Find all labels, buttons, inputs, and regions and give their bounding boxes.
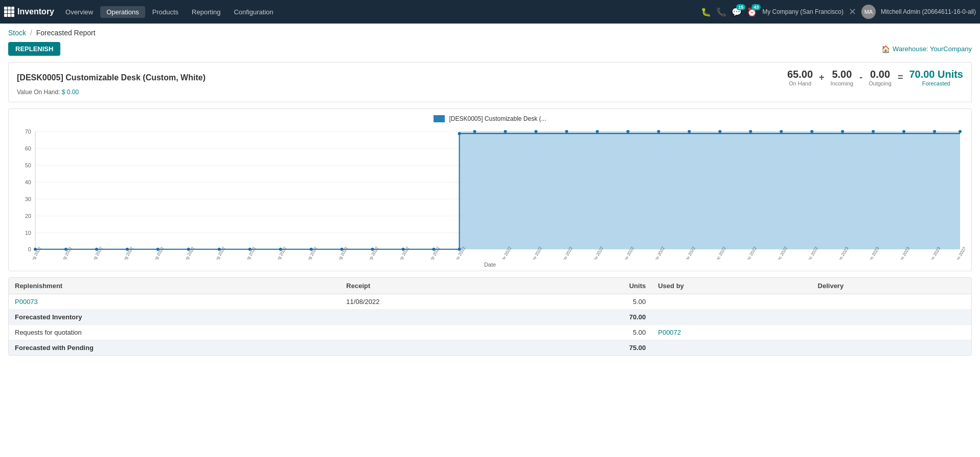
- svg-point-43: [780, 130, 783, 133]
- svg-text:60: 60: [25, 145, 31, 151]
- cell-receipt: [340, 325, 531, 340]
- group-row-forecasted-pending: Forecasted with Pending 75.00: [9, 340, 971, 356]
- operator-plus: +: [819, 72, 825, 83]
- legend-color-box: [434, 115, 445, 122]
- svg-text:25 Aug 2022: 25 Aug 2022: [271, 246, 288, 259]
- svg-text:30: 30: [25, 196, 31, 202]
- col-receipt: Receipt: [340, 278, 531, 294]
- cell-receipt: 11/08/2022: [340, 294, 531, 310]
- breadcrumb-parent[interactable]: Stock: [8, 29, 26, 37]
- cell-units: 5.00: [531, 294, 652, 310]
- stat-on-hand: 65.00 On Hand: [787, 69, 813, 86]
- action-bar: REPLENISH 🏠 Warehouse: YourCompany: [8, 42, 972, 56]
- col-delivery: Delivery: [812, 278, 971, 294]
- product-subrow: Value On Hand: $ 0.00: [17, 89, 963, 96]
- grid-icon: [4, 7, 14, 17]
- incoming-value: 5.00: [831, 69, 854, 80]
- cell-delivery: [812, 325, 971, 340]
- svg-point-33: [473, 130, 476, 133]
- product-title-row: [DESK0005] Customizable Desk (Custom, Wh…: [17, 69, 963, 86]
- svg-point-32: [458, 132, 461, 135]
- chart-fill: [35, 132, 960, 249]
- menu-overview[interactable]: Overview: [59, 6, 99, 18]
- chart-area: 70 60 50 40 30 20 10 0: [15, 126, 965, 259]
- stat-outgoing: 0.00 Outgoing: [869, 69, 892, 86]
- outgoing-label: Outgoing: [869, 80, 892, 86]
- close-icon[interactable]: ✕: [849, 6, 856, 17]
- cell-used-by: [652, 294, 811, 310]
- avatar[interactable]: MA: [861, 5, 876, 19]
- clock-icon[interactable]: ⏰ 43: [747, 7, 757, 17]
- col-used-by: Used by: [652, 278, 811, 294]
- chat-badge: 15: [736, 4, 745, 10]
- incoming-label: Incoming: [831, 80, 854, 86]
- app-name: Inventory: [17, 7, 54, 16]
- outgoing-value: 0.00: [869, 69, 892, 80]
- group-units: 70.00: [531, 310, 652, 325]
- chart-svg: 70 60 50 40 30 20 10 0: [15, 126, 965, 259]
- svg-point-49: [959, 130, 962, 133]
- col-units: Units: [531, 278, 652, 294]
- svg-text:0: 0: [28, 246, 31, 252]
- breadcrumb-sep: /: [30, 29, 32, 37]
- main-menu: Overview Operations Products Reporting C…: [59, 6, 699, 18]
- chat-icon[interactable]: 💬 15: [732, 7, 742, 17]
- svg-text:22 Aug 2022: 22 Aug 2022: [240, 246, 257, 259]
- cell-delivery: [812, 294, 971, 310]
- cell-units: 5.00: [531, 325, 652, 340]
- forecast-table: Replenishment Receipt Units Used by Deli…: [9, 278, 971, 355]
- chart-legend: [DESK0005] Customizable Desk (...: [13, 115, 967, 122]
- value-on-hand: $ 0.00: [62, 89, 79, 96]
- svg-text:07 Aug 2022: 07 Aug 2022: [87, 246, 104, 259]
- group-delivery: [812, 340, 971, 356]
- top-navigation: Inventory Overview Operations Products R…: [0, 0, 980, 24]
- svg-point-34: [504, 130, 507, 133]
- svg-text:20: 20: [25, 213, 31, 219]
- menu-products[interactable]: Products: [146, 6, 185, 18]
- stat-incoming: 5.00 Incoming: [831, 69, 854, 86]
- svg-text:13 Aug 2022: 13 Aug 2022: [148, 246, 165, 259]
- operator-eq: =: [898, 72, 903, 83]
- svg-text:10 Aug 2022: 10 Aug 2022: [118, 246, 134, 259]
- topnav-right-area: 🐛 📞 💬 15 ⏰ 43 My Company (San Francisco)…: [701, 5, 976, 19]
- replenishment-link[interactable]: P00073: [15, 298, 38, 306]
- group-units: 75.00: [531, 340, 652, 356]
- warehouse-icon: 🏠: [881, 45, 890, 53]
- app-logo[interactable]: Inventory: [4, 7, 54, 17]
- breadcrumb: Stock / Forecasted Report: [8, 29, 972, 37]
- svg-point-39: [657, 130, 660, 133]
- warehouse-label: 🏠 Warehouse: YourCompany: [881, 45, 972, 53]
- svg-point-48: [933, 130, 936, 133]
- menu-operations[interactable]: Operations: [100, 6, 145, 18]
- forecasted-value: 70.00 Units: [909, 69, 963, 80]
- breadcrumb-current: Forecasted Report: [36, 29, 96, 37]
- group-label: Forecasted with Pending: [9, 340, 531, 356]
- stat-forecasted: 70.00 Units Forecasted: [909, 69, 963, 86]
- svg-point-35: [534, 130, 537, 133]
- product-header: [DESK0005] Customizable Desk (Custom, Wh…: [8, 62, 972, 102]
- warehouse-text: Warehouse: YourCompany: [893, 45, 972, 53]
- svg-text:31 Aug 2022: 31 Aug 2022: [332, 246, 349, 259]
- group-row-forecasted-inventory: Forecasted Inventory 70.00: [9, 310, 971, 325]
- bug-icon[interactable]: 🐛: [701, 7, 711, 17]
- svg-text:04 Aug 2022: 04 Aug 2022: [56, 246, 73, 259]
- company-name[interactable]: My Company (San Francisco): [762, 8, 844, 15]
- on-hand-value: 65.00: [787, 69, 813, 80]
- svg-text:50: 50: [25, 162, 31, 168]
- svg-text:10: 10: [25, 230, 31, 236]
- replenish-button[interactable]: REPLENISH: [8, 42, 60, 56]
- on-hand-label: On Hand: [787, 80, 813, 86]
- menu-reporting[interactable]: Reporting: [186, 6, 226, 18]
- svg-point-47: [902, 130, 905, 133]
- svg-text:28 Aug 2022: 28 Aug 2022: [302, 246, 318, 259]
- forecasted-label: Forecasted: [909, 80, 963, 86]
- table-row: P00073 11/08/2022 5.00: [9, 294, 971, 310]
- table-header-row: Replenishment Receipt Units Used by Deli…: [9, 278, 971, 294]
- used-by-link[interactable]: P00072: [658, 329, 681, 336]
- svg-text:70: 70: [25, 128, 31, 135]
- username[interactable]: Mitchell Admin (20664611-16-0-all): [881, 8, 976, 15]
- menu-configuration[interactable]: Configuration: [227, 6, 279, 18]
- phone-icon[interactable]: 📞: [716, 7, 726, 17]
- legend-label: [DESK0005] Customizable Desk (...: [449, 115, 546, 122]
- svg-point-45: [841, 130, 844, 133]
